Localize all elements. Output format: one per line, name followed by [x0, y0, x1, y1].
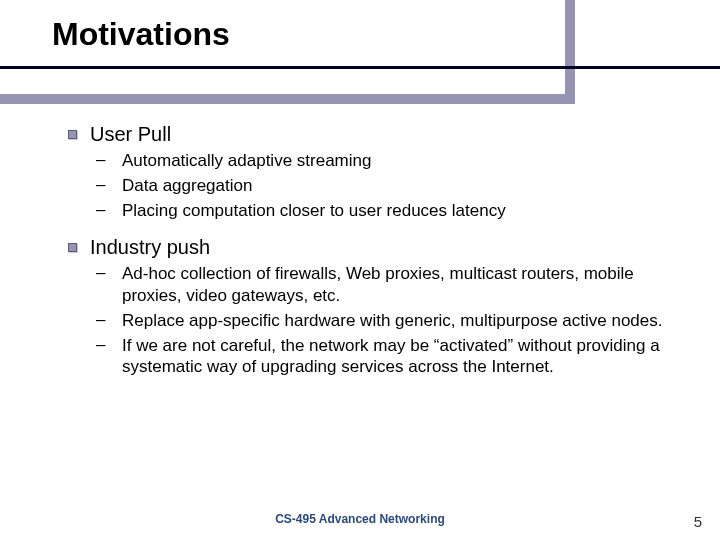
bullet-level2: – If we are not careful, the network may… [96, 335, 670, 379]
rule-light [0, 94, 565, 104]
dash-icon: – [96, 150, 122, 170]
slide: Motivations User Pull – Automatically ad… [0, 0, 720, 540]
bullet-text: Industry push [90, 235, 670, 260]
sub-bullet-text: Data aggregation [122, 175, 670, 197]
dash-icon: – [96, 335, 122, 355]
slide-title: Motivations [52, 16, 680, 53]
sub-bullet-text: Placing computation closer to user reduc… [122, 200, 670, 222]
dash-icon: – [96, 263, 122, 283]
bullet-level2: – Placing computation closer to user red… [96, 200, 670, 222]
bullet-level1: Industry push [68, 235, 670, 260]
sub-bullet-text: Ad-hoc collection of firewalls, Web prox… [122, 263, 670, 307]
page-number: 5 [694, 513, 702, 530]
sub-bullet-text: Automatically adaptive streaming [122, 150, 670, 172]
footer-text: CS-495 Advanced Networking [0, 512, 720, 526]
dash-icon: – [96, 200, 122, 220]
bullet-level2: – Automatically adaptive streaming [96, 150, 670, 172]
square-bullet-icon [68, 122, 90, 139]
sub-bullet-text: If we are not careful, the network may b… [122, 335, 670, 379]
bullet-text: User Pull [90, 122, 670, 147]
bullet-level2: – Ad-hoc collection of firewalls, Web pr… [96, 263, 670, 307]
content-body: User Pull – Automatically adaptive strea… [68, 118, 670, 378]
title-area: Motivations [52, 16, 680, 53]
dash-icon: – [96, 310, 122, 330]
rule-dark [0, 66, 720, 69]
bullet-level1: User Pull [68, 122, 670, 147]
square-bullet-icon [68, 235, 90, 252]
dash-icon: – [96, 175, 122, 195]
bullet-level2: – Data aggregation [96, 175, 670, 197]
sub-bullet-text: Replace app-specific hardware with gener… [122, 310, 670, 332]
bullet-level2: – Replace app-specific hardware with gen… [96, 310, 670, 332]
